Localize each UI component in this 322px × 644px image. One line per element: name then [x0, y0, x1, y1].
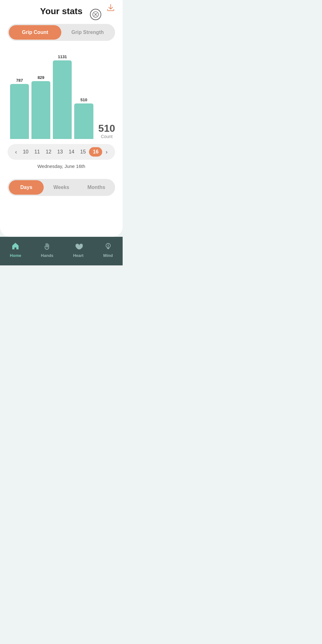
home-label: Home [10, 253, 21, 258]
close-button[interactable] [90, 9, 101, 20]
bar-group-510: 510 [74, 97, 93, 139]
app-container: Your stats Grip Count Grip Strength [0, 0, 123, 265]
heart-icon [74, 242, 83, 252]
page-title: Your stats [40, 6, 83, 16]
hands-label: Hands [41, 253, 53, 258]
chart-selected-value: 510 [98, 123, 115, 133]
hands-icon [43, 242, 52, 252]
heart-label: Heart [73, 253, 83, 258]
prev-arrow[interactable]: ‹ [13, 147, 19, 157]
date-label: Wednesday, June 16th [8, 164, 115, 169]
bottom-nav: Home Hands Heart [0, 237, 123, 265]
nav-item-mind[interactable]: Mind [98, 241, 118, 259]
chart-side-label: 510 Count [96, 123, 115, 139]
day-12[interactable]: 12 [43, 148, 54, 156]
chart-container: 787 829 1131 510 [8, 51, 115, 139]
bar-group-1131: 1131 [53, 54, 72, 139]
mind-label: Mind [103, 253, 113, 258]
grip-strength-tab[interactable]: Grip Strength [61, 25, 114, 40]
days-period-btn[interactable]: Days [9, 180, 44, 195]
day-13[interactable]: 13 [55, 148, 65, 156]
chart-with-label: 787 829 1131 510 [8, 51, 115, 139]
bar-1131 [53, 60, 72, 139]
mind-icon [104, 242, 113, 252]
day-10[interactable]: 10 [20, 148, 31, 156]
bar-787 [10, 84, 29, 139]
day-navigator: ‹ 10 11 12 13 14 15 16 › [8, 144, 115, 160]
bar-group-829: 829 [31, 75, 50, 139]
tab-switcher: Grip Count Grip Strength [8, 24, 115, 41]
svg-point-2 [108, 245, 108, 246]
home-icon [11, 242, 20, 252]
bar-group-787: 787 [10, 78, 29, 139]
nav-item-home[interactable]: Home [5, 241, 26, 259]
chart-selected-label: Count [101, 134, 113, 139]
day-14[interactable]: 14 [66, 148, 77, 156]
download-button[interactable] [106, 3, 115, 14]
period-switcher: Days Weeks Months [8, 179, 115, 196]
weeks-period-btn[interactable]: Weeks [44, 180, 79, 195]
chart-bars: 787 829 1131 510 [8, 51, 96, 139]
bar-510 [74, 103, 93, 139]
header-row: Your stats [8, 6, 115, 16]
bar-value-787: 787 [16, 78, 23, 83]
bar-value-829: 829 [37, 75, 44, 80]
day-15[interactable]: 15 [78, 148, 88, 156]
bar-value-1131: 1131 [58, 54, 67, 59]
day-16[interactable]: 16 [89, 147, 102, 157]
grip-count-tab[interactable]: Grip Count [9, 25, 61, 40]
bar-829 [31, 81, 50, 139]
next-arrow[interactable]: › [103, 147, 110, 157]
bar-value-510: 510 [80, 97, 87, 102]
stats-card: Your stats Grip Count Grip Strength [0, 0, 123, 237]
months-period-btn[interactable]: Months [79, 180, 114, 195]
nav-item-hands[interactable]: Hands [36, 241, 58, 259]
nav-item-heart[interactable]: Heart [68, 241, 88, 259]
day-11[interactable]: 11 [32, 148, 42, 156]
